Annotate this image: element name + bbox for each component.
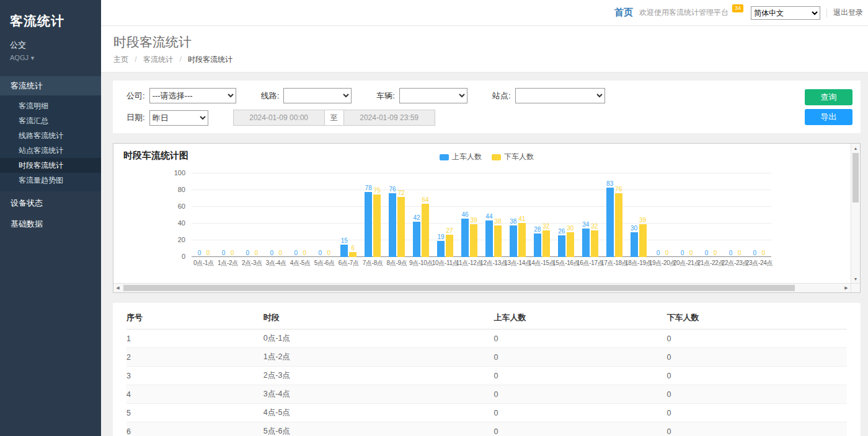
vehicle-select[interactable]	[399, 88, 467, 103]
filter-row-date: 日期: 昨日 至	[126, 110, 849, 126]
chart-vertical-scrollbar[interactable]: ▲ ▼	[851, 144, 860, 283]
start-datetime-input[interactable]	[233, 110, 325, 126]
bar-column: 0	[688, 250, 695, 257]
bar-value-label: 0	[327, 250, 330, 256]
bar[interactable]	[365, 192, 372, 257]
org-code-dropdown[interactable]: AQGJ▼	[10, 54, 91, 61]
bar-column: 0	[219, 250, 227, 257]
bar-value-label: 0	[222, 250, 226, 256]
language-select[interactable]: 简体中文	[751, 6, 820, 20]
bar[interactable]	[615, 193, 622, 257]
station-select[interactable]	[515, 88, 605, 103]
bar[interactable]	[534, 233, 541, 257]
bar-value-label: 0	[729, 250, 733, 256]
company-select[interactable]: ---请选择---	[149, 88, 236, 103]
search-button[interactable]: 查询	[805, 89, 852, 105]
company-label: 公司:	[126, 90, 145, 102]
bar[interactable]	[631, 232, 638, 258]
bar[interactable]	[461, 219, 469, 257]
caret-down-icon: ▼	[30, 55, 35, 61]
bar[interactable]	[542, 230, 550, 257]
bar[interactable]	[413, 222, 420, 257]
export-button[interactable]: 导出	[805, 109, 852, 125]
table-cell: 2	[126, 348, 264, 367]
sidebar-item-passenger-summary[interactable]: 客流汇总	[0, 113, 101, 128]
bar-value-label: 83	[606, 180, 613, 187]
bar[interactable]	[349, 252, 356, 257]
table-cell: 0点-1点	[264, 329, 494, 348]
horizontal-scrollbar-thumb[interactable]	[123, 285, 795, 291]
scroll-down-arrow-icon[interactable]: ▼	[851, 274, 860, 283]
notification-badge[interactable]: 34	[732, 4, 743, 12]
chart-groups: 000点-1点001点-2点002点-3点003点-4点004点-5点005点-…	[192, 173, 771, 268]
table-cell: 3点-4点	[264, 385, 494, 404]
vehicle-filter: 车辆:	[376, 88, 467, 103]
table-cell: 0	[666, 329, 847, 348]
logout-link[interactable]: 退出登录	[833, 7, 863, 18]
bar-group: 0019点-20点	[650, 173, 675, 268]
legend-item-alighting[interactable]: 下车人数	[492, 152, 534, 162]
bar-column: 46	[461, 211, 469, 257]
scroll-right-arrow-icon[interactable]: ▶	[842, 284, 851, 292]
bar[interactable]	[558, 235, 565, 257]
home-link[interactable]: 首页	[614, 7, 633, 19]
bar-column: 19	[437, 233, 445, 257]
scroll-left-arrow-icon[interactable]: ◀	[113, 284, 122, 292]
breadcrumb-passenger-stats[interactable]: 客流统计	[143, 55, 173, 64]
bar-column: 6	[349, 245, 356, 257]
bar[interactable]	[397, 197, 405, 257]
bar[interactable]	[591, 230, 598, 257]
sidebar-item-line-stats[interactable]: 线路客流统计	[0, 128, 101, 143]
table-cell: 0	[666, 385, 847, 404]
date-to-label: 至	[325, 110, 343, 126]
sidebar-item-trend-chart[interactable]: 客流量趋势图	[0, 173, 101, 188]
bar-pair: 1927	[437, 173, 453, 257]
sidebar-item-passenger-detail[interactable]: 客流明细	[0, 98, 101, 113]
bar-group: 42649点-10点	[409, 173, 433, 268]
sidebar-item-period-stats[interactable]: 时段客流统计	[0, 158, 101, 173]
bar[interactable]	[437, 241, 445, 257]
bar-group: 283214点-15点	[529, 173, 554, 268]
bar[interactable]	[510, 225, 517, 257]
bar[interactable]	[567, 232, 574, 258]
bar[interactable]	[639, 224, 647, 257]
bar[interactable]	[606, 188, 614, 257]
bar-value-label: 0	[270, 250, 274, 256]
x-axis-label: 13点-14点	[504, 259, 531, 268]
sidebar-section-base-data[interactable]: 基础数据	[0, 214, 101, 233]
bar-value-label: 72	[398, 190, 405, 196]
bar-value-label: 0	[714, 250, 717, 256]
bar[interactable]	[518, 223, 526, 257]
legend-item-boarding[interactable]: 上车人数	[440, 152, 482, 162]
bar[interactable]	[494, 225, 502, 257]
table-row: 43点-4点00	[126, 385, 847, 404]
bar-column: 0	[760, 250, 767, 257]
bar-column: 30	[631, 225, 638, 258]
bar[interactable]	[582, 229, 590, 257]
period-stats-table: 序号 时段 上车人数 下车人数 10点-1点0021点-2点0032点-3点00…	[126, 304, 847, 436]
bar[interactable]	[485, 220, 493, 257]
bar[interactable]	[389, 193, 396, 257]
column-header-index: 序号	[126, 304, 264, 329]
table-row: 54点-5点00	[126, 404, 847, 422]
bar[interactable]	[470, 224, 477, 257]
bar[interactable]	[340, 245, 348, 257]
sidebar-section-passenger-stats[interactable]: 客流统计	[0, 76, 101, 95]
breadcrumb-home[interactable]: 主页	[113, 55, 128, 64]
x-axis-label: 15点-16点	[552, 259, 579, 268]
date-preset-select[interactable]: 昨日	[149, 110, 208, 126]
sidebar-section-device-status[interactable]: 设备状态	[0, 193, 101, 212]
bar-group: 0023点-24点	[747, 173, 771, 268]
bar[interactable]	[446, 235, 453, 257]
vertical-scrollbar-thumb[interactable]	[852, 153, 859, 203]
chart-legend: 上车人数 下车人数	[440, 152, 534, 162]
bar-value-label: 34	[582, 221, 589, 228]
bar[interactable]	[373, 194, 381, 257]
bar-value-label: 30	[631, 225, 637, 232]
line-select[interactable]	[283, 88, 352, 103]
bar[interactable]	[422, 204, 429, 257]
scroll-up-arrow-icon[interactable]: ▲	[851, 144, 860, 152]
sidebar-item-station-stats[interactable]: 站点客流统计	[0, 143, 101, 158]
end-datetime-input[interactable]	[343, 110, 435, 126]
chart-horizontal-scrollbar[interactable]: ◀ ▶	[113, 283, 851, 292]
